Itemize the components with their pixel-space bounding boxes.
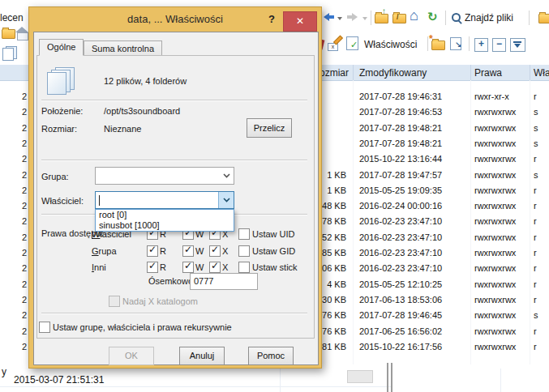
perm-extra-checkbox[interactable]	[238, 262, 250, 273]
perm-checkbox-r[interactable]: ✓	[147, 245, 158, 257]
filter-button[interactable]	[510, 38, 525, 52]
perm-checkbox-r[interactable]: ✓	[147, 262, 158, 273]
perm-extra-label: Ustaw stick	[252, 262, 298, 272]
winscp-screen: lecen ↑ / ⌂ ↻ Znajdź pliki x ✓ Właściwoś…	[0, 0, 549, 392]
perm-checkbox-x[interactable]: ✓	[209, 245, 221, 257]
calculate-button[interactable]: Przelicz	[247, 118, 292, 138]
back-button-icon[interactable]	[324, 13, 336, 21]
column-divider[interactable]	[530, 65, 530, 80]
text-cursor	[99, 195, 100, 206]
octal-input[interactable]: 0777	[190, 273, 258, 290]
cancel-button[interactable]: Anuluj	[179, 347, 225, 365]
file-owner: r	[534, 232, 548, 242]
perm-extra-checkbox[interactable]	[238, 245, 250, 257]
file-modified: 2016-02-23 23:47:10	[359, 216, 481, 226]
decrease-size-button[interactable]: −	[492, 38, 506, 52]
scrollbar-fragment[interactable]	[347, 370, 373, 383]
forward-dropdown-caret[interactable]	[362, 17, 367, 20]
find-files-button[interactable]: Znajdź pliki	[465, 12, 513, 23]
owner-dropdown-list[interactable]: root [0]sinusbot [1000]	[95, 209, 234, 232]
root-directory-icon[interactable]	[392, 14, 406, 23]
chevron-down-icon[interactable]	[219, 168, 234, 184]
owner-option[interactable]: sinusbot [1000]	[96, 220, 234, 231]
file-perms: rwxrwxrwx	[474, 279, 525, 289]
file-modified: 2016-02-24 00:00:16	[359, 201, 481, 211]
check-icon: ✓	[184, 244, 192, 255]
file-perms: rwxrwxrwx	[474, 123, 525, 133]
tab-checksum[interactable]: Suma kontrolna	[84, 40, 162, 56]
perm-col-label: W	[195, 246, 204, 256]
file-owner: r	[534, 326, 548, 336]
perm-col-label: R	[160, 262, 166, 272]
file-modified: 2015-10-22 16:17:56	[359, 342, 481, 352]
separator	[41, 100, 307, 101]
toolbar-separator	[445, 11, 446, 25]
column-divider[interactable]	[470, 65, 471, 80]
chevron-down-icon[interactable]	[218, 192, 234, 208]
properties-icon[interactable]: ✓	[346, 36, 361, 51]
perm-checkbox-w[interactable]: ✓	[182, 262, 194, 273]
file-perms: rwxr-xr-x	[474, 92, 525, 101]
file-perms: rwxrwxrwx	[474, 201, 525, 211]
left-panel-date-fragment: 2	[22, 248, 27, 258]
check-icon: ✓	[211, 260, 219, 271]
add-x-checkbox[interactable]	[109, 296, 120, 307]
menu-bar-fragment[interactable]: lecen	[0, 12, 24, 23]
folder-icon[interactable]	[2, 29, 15, 39]
group-combobox[interactable]	[95, 167, 234, 185]
file-owner: s	[534, 123, 548, 133]
file-perms: rwxrwxrwx	[474, 326, 525, 336]
perm-checkbox-x[interactable]: ✓	[209, 262, 221, 273]
root-slash: /	[397, 13, 399, 21]
left-panel-date-fragment: 2	[22, 123, 27, 133]
column-guide	[280, 369, 281, 392]
left-panel-date-fragment: 2	[22, 92, 27, 101]
increase-size-button[interactable]: +	[474, 38, 488, 52]
file-owner: r	[534, 263, 548, 273]
left-panel-date-fragment: 2	[22, 185, 27, 195]
ok-button[interactable]: OK	[109, 347, 154, 365]
file-perms: rwxrwxrwx	[474, 138, 525, 148]
refresh-icon[interactable]: ↻	[427, 10, 438, 24]
file-modified: 2017-06-13 18:53:06	[359, 295, 481, 305]
owner-option[interactable]: root [0]	[96, 210, 234, 220]
file-perms: rwxrwxrwx	[474, 232, 525, 242]
file-owner: r	[534, 279, 548, 289]
tab-general[interactable]: Ogólne	[39, 39, 84, 56]
left-panel-date-fragment: 2	[22, 138, 27, 148]
file-owner: r	[534, 92, 548, 101]
file-perms: rwxrwxrwx	[474, 248, 525, 258]
home-icon[interactable]: ⌂	[410, 7, 418, 24]
file-modified: 2017-07-28 19:46:45	[359, 310, 481, 320]
forward-button-icon[interactable]	[347, 13, 359, 21]
properties-dialog: data, ... Właściwości ? ✕ Ogólne Suma ko…	[28, 6, 322, 369]
left-panel-date-fragment: 2	[22, 216, 27, 226]
new-folder-icon[interactable]	[431, 40, 445, 50]
column-header-perms[interactable]: Prawa	[474, 67, 502, 79]
properties-toolbar-button[interactable]: Właściwości	[364, 39, 417, 50]
left-panel-bottom-row[interactable]: 2015-03-07 21:51:31	[14, 374, 104, 386]
left-panel-date-fragment: 2	[22, 263, 27, 273]
column-header-owner[interactable]: Właściciel	[534, 67, 549, 79]
perm-extra-checkbox[interactable]	[238, 228, 250, 240]
open-directory-icon[interactable]: ↘	[450, 37, 465, 52]
panel-splitter[interactable]	[391, 363, 392, 392]
size-label: Rozmiar:	[41, 124, 77, 134]
folder-partial-icon[interactable]	[538, 14, 549, 23]
owner-combobox[interactable]	[95, 191, 234, 209]
perm-checkbox-w[interactable]: ✓	[182, 245, 194, 257]
copy-icon[interactable]	[2, 46, 16, 59]
column-header-modified[interactable]: Zmodyfikowany	[359, 67, 427, 79]
recursive-checkbox[interactable]	[39, 322, 50, 333]
help-button[interactable]: Pomoc	[248, 347, 294, 365]
file-owner: r	[534, 295, 548, 305]
file-modified: 2017-07-28 19:46:31	[359, 92, 481, 101]
home-fragment-icon[interactable]	[15, 27, 28, 40]
left-panel-date-fragment: 2	[22, 326, 27, 336]
search-icon-handle	[457, 19, 462, 24]
rename-icon[interactable]: x	[328, 37, 342, 51]
panel-splitter[interactable]	[387, 363, 388, 392]
file-modified: 2015-05-25 19:09:35	[359, 185, 481, 195]
back-dropdown-caret[interactable]	[337, 17, 342, 20]
column-divider[interactable]	[353, 65, 354, 80]
